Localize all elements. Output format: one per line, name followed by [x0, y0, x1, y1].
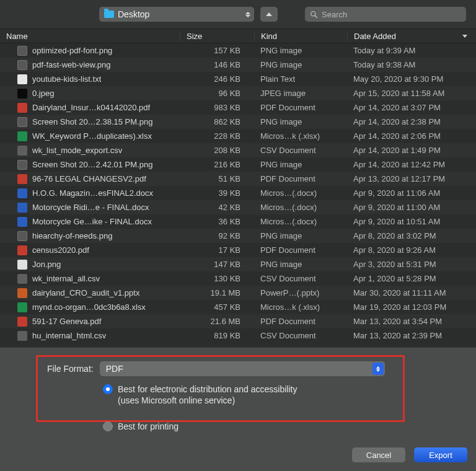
file-icon	[17, 46, 27, 56]
cell-name: 96-76 LEGAL CHANGESV2.pdf	[0, 174, 180, 184]
cell-kind: PNG image	[254, 46, 347, 55]
collapse-button[interactable]	[260, 7, 278, 22]
file-name: dairyland_CRO_audit_v1.pptx	[32, 288, 139, 297]
table-row[interactable]: optimized-pdf-font.png157 KBPNG imageTod…	[0, 43, 476, 58]
column-name[interactable]: Name	[0, 32, 180, 41]
table-row[interactable]: mynd.co-organ…0dc3b6a8.xlsx457 KBMicros……	[0, 300, 476, 314]
radio-icon	[103, 384, 113, 394]
cell-date: Mar 30, 2020 at 11:11 AM	[347, 288, 476, 297]
cell-name: Jon.png	[0, 260, 180, 270]
radio-electronic-distribution[interactable]: Best for electronic distribution and acc…	[103, 384, 297, 406]
table-row[interactable]: Jon.png147 KBPNG imageApr 3, 2020 at 5:3…	[0, 257, 476, 271]
file-name: 591-17 Geneva.pdf	[32, 317, 101, 326]
column-kind[interactable]: Kind	[254, 32, 347, 41]
file-icon	[17, 260, 27, 270]
table-row[interactable]: Dairyland_Insur…k04142020.pdf983 KBPDF D…	[0, 100, 476, 115]
cell-name: pdf-fast-web-view.png	[0, 60, 180, 70]
cell-date: Apr 9, 2020 at 11:00 AM	[347, 203, 476, 212]
chevron-down-icon	[462, 35, 467, 38]
file-format-row: File Format: PDF	[47, 361, 385, 376]
file-icon	[17, 302, 27, 312]
cell-name: wk_internal_all.csv	[0, 274, 180, 284]
table-row[interactable]: pdf-fast-web-view.png146 KBPNG imageToda…	[0, 58, 476, 72]
file-icon	[17, 217, 27, 227]
file-name: hiearchy-of-needs.png	[32, 231, 112, 240]
table-row[interactable]: H.O.G. Magazin…esFINAL2.docx39 KBMicros……	[0, 186, 476, 200]
chevron-up-icon	[266, 12, 272, 16]
cell-size: 130 KB	[180, 274, 254, 283]
radio-best-for-printing[interactable]: Best for printing	[103, 421, 178, 432]
file-icon	[17, 288, 27, 298]
column-date[interactable]: Date Added	[347, 32, 476, 41]
export-button[interactable]: Export	[414, 447, 467, 462]
table-row[interactable]: Motorcycle Ridi…e - FINAL.docx42 KBMicro…	[0, 200, 476, 214]
table-row[interactable]: Motorcycle Ge…ike - FINAL.docx36 KBMicro…	[0, 214, 476, 229]
cancel-button[interactable]: Cancel	[352, 447, 405, 462]
cell-kind: PNG image	[254, 260, 347, 269]
table-row[interactable]: 96-76 LEGAL CHANGESV2.pdf51 KBPDF Docume…	[0, 172, 476, 186]
file-list: optimized-pdf-font.png157 KBPNG imageTod…	[0, 43, 476, 347]
cell-date: Apr 1, 2020 at 5:28 PM	[347, 274, 476, 283]
cell-size: 228 KB	[180, 131, 254, 141]
cell-kind: Micros…(.docx)	[254, 203, 347, 212]
table-row[interactable]: hiearchy-of-needs.png92 KBPNG imageApr 8…	[0, 229, 476, 243]
cell-name: census2020.pdf	[0, 245, 180, 255]
table-row[interactable]: WK_Keyword P…duplicates).xlsx228 KBMicro…	[0, 129, 476, 143]
cell-size: 36 KB	[180, 217, 254, 226]
cell-kind: PowerP…(.pptx)	[254, 288, 347, 297]
file-name: 0.jpeg	[32, 89, 54, 98]
table-row[interactable]: census2020.pdf17 KBPDF DocumentApr 8, 20…	[0, 243, 476, 257]
file-icon	[17, 188, 27, 198]
table-row[interactable]: wk_list_mode_export.csv208 KBCSV Documen…	[0, 143, 476, 157]
table-row[interactable]: Screen Shot 20…2.42.01 PM.png216 KBPNG i…	[0, 157, 476, 172]
file-name: Dairyland_Insur…k04142020.pdf	[32, 103, 150, 112]
table-row[interactable]: youtube-kids-list.txt246 KBPlain TextMay…	[0, 72, 476, 86]
file-format-value: PDF	[106, 364, 123, 374]
table-row[interactable]: hu_internal_html.csv819 KBCSV DocumentMa…	[0, 328, 476, 343]
svg-line-1	[315, 15, 317, 17]
cell-kind: PNG image	[254, 60, 347, 69]
cell-size: 216 KB	[180, 160, 254, 169]
cell-name: Screen Shot 20…2.38.15 PM.png	[0, 117, 180, 127]
cell-name: 591-17 Geneva.pdf	[0, 317, 180, 327]
file-name: census2020.pdf	[32, 245, 89, 255]
cell-size: 157 KB	[180, 46, 254, 55]
location-select[interactable]: Desktop	[99, 7, 254, 22]
table-row[interactable]: dairyland_CRO_audit_v1.pptx19.1 MBPowerP…	[0, 286, 476, 300]
table-row[interactable]: 0.jpeg96 KBJPEG imageApr 15, 2020 at 11:…	[0, 86, 476, 100]
cell-name: dairyland_CRO_audit_v1.pptx	[0, 288, 180, 298]
cell-size: 457 KB	[180, 302, 254, 312]
search-input[interactable]: Search	[305, 7, 466, 22]
table-row[interactable]: 591-17 Geneva.pdf21.6 MBPDF DocumentMar …	[0, 314, 476, 328]
cell-size: 147 KB	[180, 260, 254, 269]
cell-date: Apr 9, 2020 at 11:06 AM	[347, 188, 476, 198]
column-headers: Name Size Kind Date Added	[0, 29, 476, 43]
cell-date: Apr 8, 2020 at 9:26 AM	[347, 245, 476, 255]
radio-label: Best for printing	[118, 421, 178, 432]
file-name: pdf-fast-web-view.png	[32, 60, 110, 69]
cell-kind: PDF Document	[254, 103, 347, 112]
file-name: hu_internal_html.csv	[32, 331, 106, 340]
cell-size: 92 KB	[180, 231, 254, 240]
file-format-select[interactable]: PDF	[100, 361, 385, 376]
cell-size: 17 KB	[180, 245, 254, 255]
cell-size: 96 KB	[180, 89, 254, 98]
cell-name: Motorcycle Ge…ike - FINAL.docx	[0, 217, 180, 227]
cell-name: hiearchy-of-needs.png	[0, 231, 180, 241]
cell-kind: Micros…k (.xlsx)	[254, 131, 347, 141]
file-icon	[17, 117, 27, 127]
file-icon	[17, 317, 27, 327]
file-name: wk_internal_all.csv	[32, 274, 100, 283]
table-row[interactable]: wk_internal_all.csv130 KBCSV DocumentApr…	[0, 271, 476, 286]
updown-icon	[245, 12, 250, 17]
cell-kind: CSV Document	[254, 331, 347, 340]
folder-icon	[104, 11, 114, 18]
table-row[interactable]: Screen Shot 20…2.38.15 PM.png862 KBPNG i…	[0, 115, 476, 129]
cell-date: Mar 13, 2020 at 2:39 PM	[347, 331, 476, 340]
cell-kind: PDF Document	[254, 317, 347, 326]
file-name: Jon.png	[32, 260, 61, 269]
cell-name: Dairyland_Insur…k04142020.pdf	[0, 103, 180, 113]
file-name: wk_list_mode_export.csv	[32, 146, 122, 155]
file-icon	[17, 131, 27, 141]
column-size[interactable]: Size	[180, 32, 254, 41]
